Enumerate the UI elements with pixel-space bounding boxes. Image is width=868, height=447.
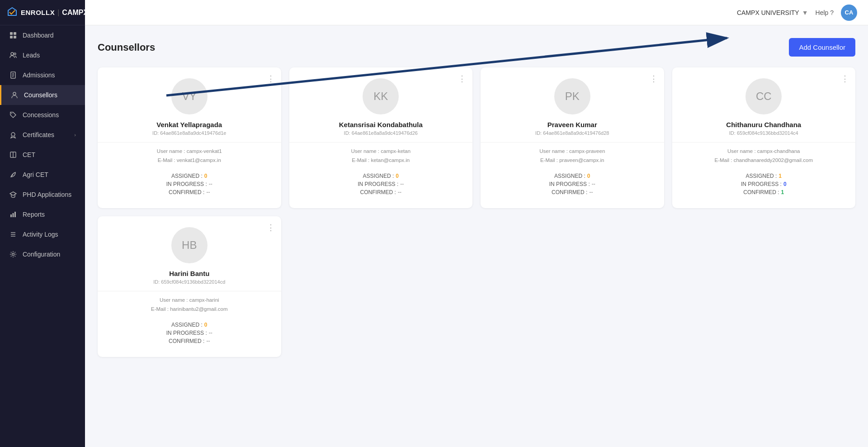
assigned-value: 0	[396, 173, 399, 179]
avatar-circle: VY	[171, 78, 208, 114]
stat-assigned: ASSIGNED : 0	[298, 173, 464, 179]
svg-point-13	[11, 133, 15, 136]
sidebar-item-reports[interactable]: Reports	[0, 204, 85, 224]
university-selector[interactable]: CAMPX UNIVERSITY ▼	[737, 9, 808, 16]
card-user-info: User name : campx-chandhana E-Mail : cha…	[681, 143, 847, 166]
card-user-info: User name : campx-praveen E-Mail : prave…	[490, 143, 655, 166]
sidebar-item-admissions[interactable]: Admissions	[0, 65, 85, 85]
svg-rect-18	[10, 214, 12, 217]
svg-point-12	[11, 113, 12, 114]
sidebar-item-cet[interactable]: CET	[0, 145, 85, 165]
chevron-down-icon: ▼	[802, 9, 808, 16]
logo-icon	[7, 7, 17, 19]
in-progress-label: IN PROGRESS :	[166, 181, 207, 187]
card-menu-icon[interactable]: ⋮	[458, 74, 466, 84]
mortarboard-icon	[9, 190, 17, 199]
sidebar: ENROLLX | CAMPX DashboardLeadsAdmissions…	[0, 0, 85, 447]
svg-rect-4	[14, 36, 16, 38]
card-menu-icon[interactable]: ⋮	[841, 74, 849, 84]
topbar: CAMPX UNIVERSITY ▼ Help ? CA	[85, 0, 868, 25]
confirmed-value: --	[589, 189, 593, 195]
card-user-info: User name : campx-venkat1 E-Mail : venka…	[107, 143, 272, 166]
stat-confirmed: CONFIRMED : 1	[681, 189, 847, 195]
sidebar-item-agri-cet[interactable]: Agri CET	[0, 165, 85, 185]
counsellor-card: ⋮ CC Chithanuru Chandhana ID: 659cf084c9…	[672, 67, 856, 208]
counsellor-card: ⋮ HB Harini Bantu ID: 659cf084c9136bbd32…	[98, 216, 281, 357]
award-icon	[9, 131, 17, 139]
help-link[interactable]: Help ?	[816, 9, 834, 16]
card-menu-icon[interactable]: ⋮	[650, 74, 658, 84]
sidebar-item-label-phd: PHD Applications	[23, 191, 71, 198]
add-counsellor-button[interactable]: Add Counsellor	[789, 38, 855, 57]
avatar-circle: KK	[363, 78, 399, 114]
counsellor-id: ID: 64ae861e8a8a9dc419476d28	[535, 130, 609, 136]
sidebar-item-leads[interactable]: Leads	[0, 45, 85, 65]
counsellor-name: Praveen Kumar	[547, 121, 597, 128]
stat-in-progress: IN PROGRESS : --	[107, 330, 272, 336]
confirmed-value: 1	[781, 189, 784, 195]
assigned-value: 0	[204, 173, 208, 179]
users-icon	[9, 51, 17, 59]
logo-enrollx: ENROLLX	[21, 9, 55, 16]
in-progress-value: --	[209, 330, 212, 336]
svg-marker-17	[10, 192, 16, 195]
sidebar-item-label-leads: Leads	[23, 52, 40, 59]
card-user-info: User name : campx-ketan E-Mail : ketan@c…	[298, 143, 464, 166]
sidebar-item-label-agri-cet: Agri CET	[23, 171, 48, 178]
counsellor-name: Chithanuru Chandhana	[726, 121, 801, 128]
sidebar-item-certificates[interactable]: Certificates›	[0, 125, 85, 145]
sidebar-nav: DashboardLeadsAdmissionsCounsellorsConce…	[0, 25, 85, 264]
main-content: Counsellors Add Counsellor ⋮ VY Venkat Y…	[85, 25, 868, 447]
sidebar-item-activity-logs[interactable]: Activity Logs	[0, 224, 85, 244]
svg-rect-20	[14, 212, 16, 217]
svg-marker-0	[8, 8, 16, 15]
sidebar-item-phd[interactable]: PHD Applications	[0, 185, 85, 204]
sidebar-item-label-counsellors: Counsellors	[24, 91, 57, 99]
page-title: Counsellors	[98, 42, 155, 53]
card-user-info: User name : campx-harini E-Mail : harini…	[107, 291, 272, 315]
stat-in-progress: IN PROGRESS : --	[490, 181, 655, 187]
card-stats: ASSIGNED : 1 IN PROGRESS : 0 CONFIRMED :…	[681, 166, 847, 203]
card-menu-icon[interactable]: ⋮	[267, 74, 275, 84]
stat-confirmed: CONFIRMED : --	[107, 189, 272, 195]
assigned-label: ASSIGNED :	[363, 173, 394, 179]
logo-campx: CAMPX	[62, 9, 88, 17]
sidebar-item-concessions[interactable]: Concessions	[0, 105, 85, 125]
avatar-circle: PK	[554, 78, 590, 114]
stat-confirmed: CONFIRMED : --	[107, 338, 272, 344]
stat-confirmed: CONFIRMED : --	[490, 189, 655, 195]
avatar[interactable]: CA	[841, 5, 857, 21]
counsellor-id: ID: 659cf084c9136bbd32014c4	[729, 130, 798, 136]
card-menu-icon[interactable]: ⋮	[267, 223, 275, 233]
counsellors-grid: ⋮ VY Venkat Yellapragada ID: 64ae861e8a8…	[98, 67, 855, 357]
confirmed-label: CONFIRMED :	[169, 338, 204, 344]
in-progress-value: --	[400, 181, 404, 187]
counsellor-name: Ketansrisai Kondabathula	[339, 121, 423, 128]
assigned-value: 0	[204, 322, 208, 328]
assigned-label: ASSIGNED :	[746, 173, 777, 179]
in-progress-label: IN PROGRESS :	[166, 330, 207, 336]
sidebar-item-counsellors[interactable]: Counsellors	[0, 85, 85, 105]
confirmed-label: CONFIRMED :	[743, 189, 779, 195]
sidebar-item-label-reports: Reports	[23, 211, 45, 218]
avatar-circle: CC	[745, 78, 782, 114]
file-icon	[9, 71, 17, 79]
confirmed-value: --	[398, 189, 401, 195]
sidebar-item-dashboard[interactable]: Dashboard	[0, 25, 85, 45]
assigned-label: ASSIGNED :	[171, 322, 203, 328]
chevron-right-icon: ›	[74, 132, 76, 138]
grid-icon	[9, 31, 17, 39]
sidebar-item-configuration[interactable]: Configuration	[0, 244, 85, 264]
in-progress-value: 0	[783, 181, 787, 187]
svg-rect-2	[14, 32, 16, 35]
confirmed-label: CONFIRMED :	[552, 189, 587, 195]
in-progress-label: IN PROGRESS :	[358, 181, 398, 187]
counsellor-name: Venkat Yellapragada	[156, 121, 222, 128]
stat-assigned: ASSIGNED : 0	[490, 173, 655, 179]
in-progress-value: --	[209, 181, 212, 187]
chart-icon	[9, 210, 17, 219]
counsellor-card: ⋮ PK Praveen Kumar ID: 64ae861e8a8a9dc41…	[481, 67, 664, 208]
assigned-label: ASSIGNED :	[171, 173, 203, 179]
stat-assigned: ASSIGNED : 0	[107, 322, 272, 328]
counsellor-name: Harini Bantu	[169, 270, 209, 277]
